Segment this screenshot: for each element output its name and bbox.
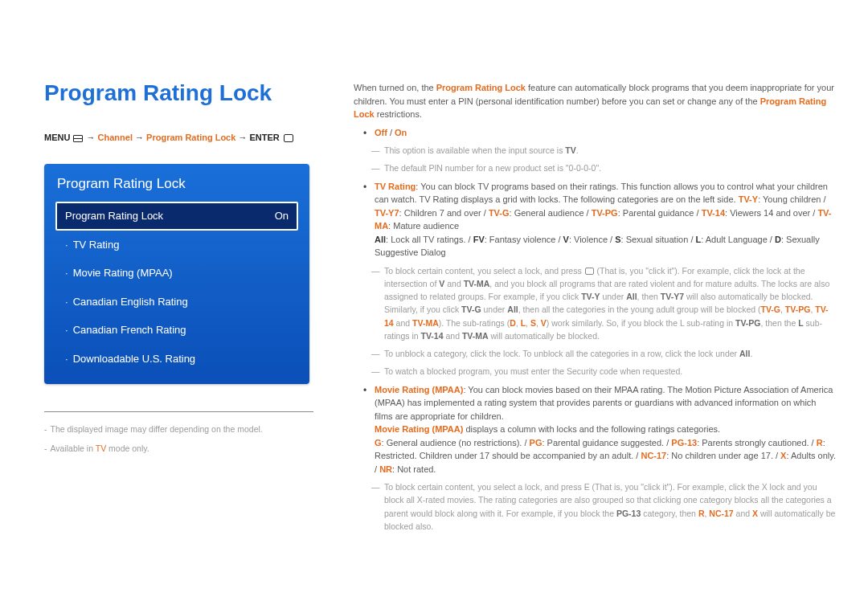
sub-note: This option is available when the input … <box>354 144 836 157</box>
arrow-icon: → <box>238 133 249 142</box>
enter-icon <box>585 268 594 275</box>
sub-note: To unblock a category, click the lock. T… <box>354 347 836 360</box>
left-column: Program Rating Lock MENU → Channel → Pro… <box>44 76 321 537</box>
menu-item-selected[interactable]: Program Rating Lock On <box>55 202 298 231</box>
menu-item[interactable]: ·Canadian French Rating <box>55 316 298 345</box>
menu-item-label: Canadian French Rating <box>73 324 186 336</box>
enter-label: ENTER <box>249 133 279 142</box>
bullet-list: Off / On <box>354 126 836 140</box>
menu-item-label: TV Rating <box>73 239 120 251</box>
menu-item[interactable]: ·Downloadable U.S. Rating <box>55 345 298 374</box>
footnote-tv: TV <box>96 443 106 453</box>
bullet-offon: Off / On <box>354 126 836 140</box>
menu-item-label: Canadian English Rating <box>73 296 188 308</box>
menu-item-label: Movie Rating (MPAA) <box>73 267 173 279</box>
arrow-icon: → <box>135 133 146 142</box>
panel-title: Program Rating Lock <box>55 174 298 194</box>
divider <box>44 411 313 412</box>
enter-icon <box>284 134 293 142</box>
sub-note: The default PIN number for a new product… <box>354 161 836 174</box>
sub-note: To watch a blocked program, you must ent… <box>354 365 836 378</box>
breadcrumb: MENU → Channel → Program Rating Lock → E… <box>44 131 321 145</box>
footnote: -The displayed image may differ dependin… <box>44 423 321 436</box>
bullet-list: TV Rating: You can block TV programs bas… <box>354 180 836 260</box>
sub-note: To block certain content, you select a l… <box>354 264 836 343</box>
menu-item[interactable]: ·Canadian English Rating <box>55 288 298 317</box>
tv-menu-panel: Program Rating Lock Program Rating Lock … <box>44 164 309 385</box>
menu-item-value: On <box>275 208 289 224</box>
menu-item-label: Program Rating Lock <box>65 208 163 224</box>
bullet-list: Movie Rating (MPAA): You can block movie… <box>354 383 836 476</box>
arrow-icon: → <box>87 133 98 142</box>
menu-item-label: Downloadable U.S. Rating <box>73 353 195 365</box>
breadcrumb-prl: Program Rating Lock <box>146 133 235 142</box>
menu-item[interactable]: ·Movie Rating (MPAA) <box>55 259 298 288</box>
footnote-text: mode only. <box>106 443 149 453</box>
menu-label: MENU <box>44 133 70 142</box>
right-column: When turned on, the Program Rating Lock … <box>354 76 836 537</box>
menu-icon <box>73 135 83 142</box>
page-title: Program Rating Lock <box>44 76 321 110</box>
menu-item[interactable]: ·TV Rating <box>55 231 298 260</box>
footnote: -Available in TV mode only. <box>44 443 321 456</box>
breadcrumb-channel: Channel <box>98 133 133 142</box>
bullet-movie-rating: Movie Rating (MPAA): You can block movie… <box>354 383 836 476</box>
footnote-text: Available in <box>51 443 96 453</box>
footnote-text: The displayed image may differ depending… <box>51 424 263 434</box>
intro-paragraph: When turned on, the Program Rating Lock … <box>354 81 836 121</box>
bullet-tv-rating: TV Rating: You can block TV programs bas… <box>354 180 836 260</box>
page: Program Rating Lock MENU → Channel → Pro… <box>0 0 868 562</box>
sub-note: To block certain content, you select a l… <box>354 480 836 533</box>
